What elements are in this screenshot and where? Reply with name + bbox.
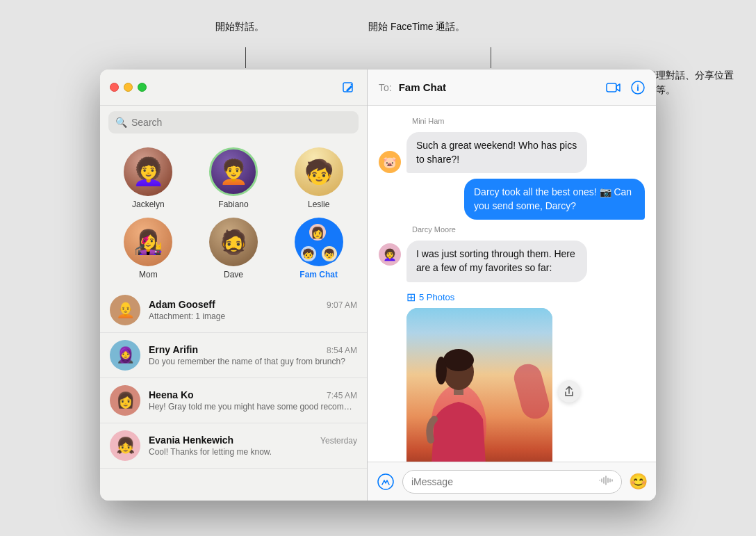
contact-leslie-label: Leslie (308, 200, 329, 209)
close-button[interactable] (110, 83, 119, 92)
message-input-wrap (402, 470, 622, 494)
info-button[interactable] (631, 81, 645, 95)
emoji-button[interactable]: 😊 (629, 473, 648, 491)
pinned-contacts-row2: 👩‍🎤 Mom 🧔 Dave 👩 🧒 👦 (100, 215, 367, 288)
msg-row-0: 🐷 Such a great weekend! Who has pics to … (379, 132, 645, 173)
app-store-button[interactable] (376, 472, 395, 492)
conv-name-evania: Evania Henkewich (149, 435, 233, 446)
conv-item-heena[interactable]: 👩 Heena Ko 7:45 AM Hey! Gray told me you… (100, 378, 367, 423)
conv-preview-erny: Do you remember the name of that guy fro… (149, 357, 357, 366)
conv-info-heena: Heena Ko 7:45 AM Hey! Gray told me you m… (149, 389, 357, 412)
share-button[interactable] (558, 380, 580, 403)
msg-avatar-miniham: 🐷 (379, 151, 401, 173)
sidebar: 🔍 👩‍🦱 Jackelyn 🧑‍🦱 Fabiano 🧒 (100, 70, 368, 501)
conv-name-adam: Adam Gooseff (149, 299, 215, 310)
conv-avatar-heena: 👩 (110, 385, 140, 416)
msg-avatar-darcy: 👩‍🦱 (379, 243, 401, 266)
compose-button[interactable] (339, 79, 357, 97)
bubble-1: Darcy took all the best ones! 📷 Can you … (464, 179, 645, 220)
audio-waveform-icon (599, 476, 613, 488)
minimize-button[interactable] (124, 83, 133, 92)
facetime-button[interactable] (606, 82, 621, 93)
search-input[interactable] (131, 117, 352, 128)
chat-title: Fam Chat (399, 81, 599, 93)
input-area: 😊 (368, 462, 656, 501)
conv-preview-adam: Attachment: 1 image (149, 311, 357, 321)
chat-to-label: To: (379, 82, 392, 93)
contact-dave-label: Dave (224, 270, 243, 279)
photo-grid-icon: ⊞ (406, 291, 416, 304)
pinned-contacts-row1: 👩‍🦱 Jackelyn 🧑‍🦱 Fabiano 🧒 Leslie (100, 139, 367, 215)
svg-point-9 (436, 357, 447, 384)
msg-row-1: Darcy took all the best ones! 📷 Can you … (379, 179, 645, 220)
contact-famchat[interactable]: 👩 🧒 👦 Fam Chat (295, 218, 343, 279)
svg-point-10 (378, 474, 393, 489)
contact-mom[interactable]: 👩‍🎤 Mom (124, 218, 172, 279)
message-input[interactable] (411, 476, 593, 487)
titlebar (100, 70, 367, 106)
svg-point-8 (443, 349, 474, 371)
search-bar[interactable]: 🔍 (108, 111, 359, 133)
search-icon: 🔍 (115, 117, 127, 128)
conv-avatar-erny: 🧕 (110, 340, 140, 371)
traffic-lights (110, 83, 147, 92)
msg-row-2: 👩‍🦱 I was just sorting through them. Her… (379, 241, 645, 462)
contact-fabiano[interactable]: 🧑‍🦱 Fabiano (209, 147, 258, 209)
photo-label: ⊞ 5 Photos (406, 291, 587, 304)
conv-time-heena: 7:45 AM (327, 391, 357, 400)
conversation-list: 🧑‍🦲 Adam Gooseff 9:07 AM Attachment: 1 i… (100, 288, 367, 501)
contact-dave[interactable]: 🧔 Dave (209, 218, 258, 279)
contact-famchat-label: Fam Chat (299, 270, 338, 279)
contact-leslie[interactable]: 🧒 Leslie (295, 147, 343, 209)
contact-fabiano-label: Fabiano (218, 200, 248, 209)
chat-header-icons (606, 81, 645, 95)
conv-info-evania: Evania Henkewich Yesterday Cool! Thanks … (149, 435, 357, 457)
conv-name-erny: Erny Arifin (149, 344, 198, 355)
svg-point-4 (637, 84, 639, 86)
contact-mom-label: Mom (139, 270, 158, 279)
conv-info-erny: Erny Arifin 8:54 AM Do you remember the … (149, 344, 357, 366)
fullscreen-button[interactable] (138, 83, 147, 92)
chat-header: To: Fam Chat (368, 70, 656, 106)
messages-window: 🔍 👩‍🦱 Jackelyn 🧑‍🦱 Fabiano 🧒 (100, 70, 656, 501)
conv-time-evania: Yesterday (320, 436, 357, 446)
conv-item-adam[interactable]: 🧑‍🦲 Adam Gooseff 9:07 AM Attachment: 1 i… (100, 288, 367, 333)
conv-preview-heena: Hey! Gray told me you might have some go… (149, 402, 357, 412)
messages-area: Mini Ham 🐷 Such a great weekend! Who has… (368, 106, 656, 462)
conv-preview-evania: Cool! Thanks for letting me know. (149, 447, 357, 457)
annotation-compose: 開始對話。 (215, 19, 264, 34)
photo-image (406, 308, 552, 462)
photo-attachment: ⊞ 5 Photos (406, 291, 587, 462)
bubble-2: I was just sorting through them. Here ar… (406, 241, 587, 282)
bubble-0: Such a great weekend! Who has pics to sh… (406, 132, 587, 173)
conv-item-evania[interactable]: 👧 Evania Henkewich Yesterday Cool! Thank… (100, 423, 367, 469)
svg-rect-1 (607, 83, 616, 92)
conv-item-erny[interactable]: 🧕 Erny Arifin 8:54 AM Do you remember th… (100, 333, 367, 378)
contact-jackelyn[interactable]: 👩‍🦱 Jackelyn (124, 147, 172, 209)
conv-avatar-adam: 🧑‍🦲 (110, 295, 140, 325)
annotation-info: 管理對話、分享位置等等。 (646, 68, 737, 97)
annotation-facetime: 開始 FaceTime 通話。 (368, 19, 466, 34)
conv-info-adam: Adam Gooseff 9:07 AM Attachment: 1 image (149, 299, 357, 321)
conv-time-adam: 9:07 AM (327, 300, 357, 310)
conv-name-heena: Heena Ko (149, 389, 194, 400)
conv-avatar-evania: 👧 (110, 430, 140, 461)
annotation-facetime-line (491, 47, 491, 68)
conv-time-erny: 8:54 AM (327, 346, 357, 355)
sender-miniham-label: Mini Ham (412, 117, 645, 125)
chat-panel: To: Fam Chat (368, 70, 656, 501)
annotation-compose-line (245, 47, 246, 68)
contact-jackelyn-label: Jackelyn (132, 200, 165, 209)
sender-darcy-label: Darcy Moore (412, 225, 645, 234)
